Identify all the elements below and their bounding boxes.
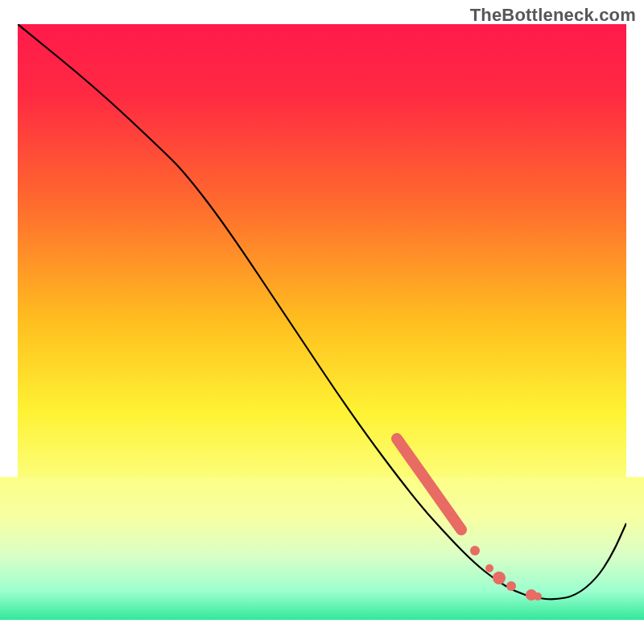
chart-stage: TheBottleneck.com bbox=[0, 0, 644, 644]
curve-dot bbox=[506, 581, 516, 591]
curve-dot bbox=[534, 592, 542, 601]
curve-dot bbox=[493, 572, 506, 584]
bottleneck-chart bbox=[0, 0, 644, 644]
curve-dot bbox=[485, 564, 493, 572]
watermark-text: TheBottleneck.com bbox=[470, 5, 636, 26]
curve-dot bbox=[470, 546, 480, 555]
